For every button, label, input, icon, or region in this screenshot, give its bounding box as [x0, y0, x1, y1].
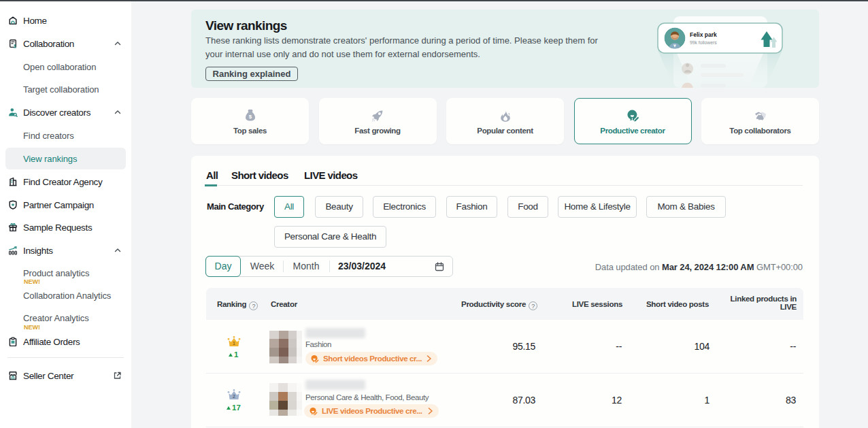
svg-text:99k followers: 99k followers [690, 40, 717, 45]
svg-text:$: $ [248, 114, 252, 120]
svg-text:Felix park: Felix park [690, 31, 717, 38]
svg-text:2: 2 [233, 394, 235, 399]
svg-text:1: 1 [233, 341, 235, 346]
